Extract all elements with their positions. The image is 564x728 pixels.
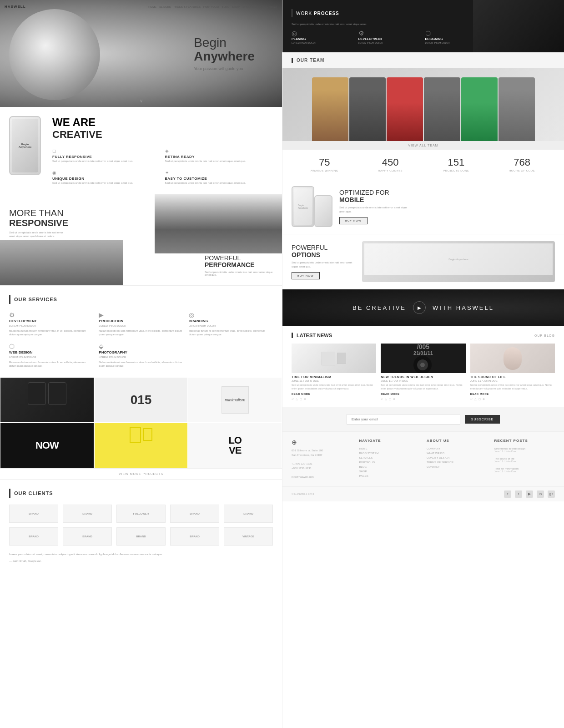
read-more-1[interactable]: READ MORE — [292, 393, 376, 395]
mobile-phone-small — [314, 195, 332, 227]
footer-navigate-list: HOME BLOG SYSTEM SERVICES PORTFOLIO BLOG… — [359, 446, 420, 478]
client-10-label: VINTAGE — [242, 535, 254, 538]
service-title: WEB DESIGN — [9, 350, 93, 354]
person-4 — [424, 77, 460, 141]
cta-text-left: BE CREATIVE — [352, 304, 406, 311]
team-title: OUR TEAM — [292, 58, 555, 63]
options-text: POWERFUL OPTIONS Sed ut perspiciatis und… — [292, 244, 355, 279]
view-more[interactable]: VIEW MORE PROJECTS — [0, 468, 282, 479]
person-1 — [312, 77, 348, 141]
bookmark-icon-2: ⊕ — [393, 397, 395, 400]
nav-contact[interactable]: CONTACT — [264, 5, 277, 8]
kitchen-img-1 — [322, 352, 335, 365]
wp-heading: WORK PROCESS — [296, 11, 339, 16]
client-9-label: BRAND — [190, 535, 200, 538]
nav-sliders[interactable]: SLIDERS — [159, 5, 171, 8]
stat-projects: 151 PROJECTS DONE — [423, 157, 489, 172]
minimal-text-wrapper: minimalism — [222, 386, 249, 414]
nav-shortcodes[interactable]: SHORTCODES — [242, 5, 262, 8]
read-more-2[interactable]: READ MORE — [381, 393, 465, 395]
footer-nav-shop[interactable]: SHOP — [359, 469, 420, 474]
nav-blog[interactable]: BLOG — [222, 5, 230, 8]
news-img-webdesign: /005 21/01/11 — [381, 344, 465, 373]
hero-nav: HASWELL HOME SLIDERS PAGES & FEATURES PO… — [5, 5, 277, 9]
client-8-label: BRAND — [136, 535, 146, 538]
facebook-icon[interactable]: f — [504, 490, 511, 498]
like-icon-3: △ — [474, 397, 477, 400]
service-desc: Maecenas furtum mi sem fermentum vitae. … — [9, 329, 93, 336]
mobile-desc: Sed ut perspiciatis unde omnis iste nati… — [339, 206, 412, 213]
nav-shop[interactable]: SHOP — [232, 5, 240, 8]
portfolio-minimal[interactable]: minimalism — [188, 377, 282, 423]
footer-recent-title: RECENT POSTS — [494, 439, 555, 443]
team-people — [307, 77, 539, 141]
footer-nav-home[interactable]: HOME — [359, 446, 420, 451]
team-footer[interactable]: VIEW ALL TEAM — [282, 141, 564, 150]
nav-pages[interactable]: PAGES & FEATURES — [174, 5, 201, 8]
footer-about-what[interactable]: WHAT WE DO — [427, 451, 488, 455]
retina-icon: ◈ — [165, 148, 171, 154]
services-section: OUR SERVICES ⚙ DEVELOPMENT LOREM IPSUM D… — [0, 285, 282, 377]
footer-logo: ⊕ — [292, 439, 352, 446]
gplus-icon[interactable]: g+ — [548, 490, 555, 498]
portfolio-love[interactable]: LOVE — [188, 423, 282, 468]
blog-link[interactable]: OUR BLOG — [534, 334, 555, 337]
portfolio-numbers[interactable]: 015 — [94, 377, 188, 423]
portfolio-watches[interactable] — [0, 377, 94, 423]
minimal-box: minimalism — [222, 386, 249, 414]
portfolio-now[interactable]: NOW — [0, 423, 94, 468]
footer-post-2[interactable]: The sound of lifeJune 11 / John Doe — [494, 456, 555, 464]
portfolio-grid: 015 minimalism NOW — [0, 377, 282, 468]
footer-nav-portfolio[interactable]: PORTFOLIO — [359, 460, 420, 465]
options-laptop: Begin Anywhere — [362, 241, 555, 282]
creative-content: WE ARE CREATIVE ◻ FULLY RESPONSIVE Sed u… — [52, 116, 273, 185]
watch-face-1 — [28, 382, 46, 405]
portfolio-yellow[interactable] — [94, 423, 188, 468]
footer-recent-list: New trends in web designJune 11 / John D… — [494, 446, 555, 474]
stat-awards-number: 75 — [292, 157, 358, 168]
footer-nav-blog2[interactable]: BLOG — [359, 465, 420, 469]
options-title: POWERFUL OPTIONS — [292, 244, 355, 258]
play-button[interactable]: ▶ — [413, 301, 426, 314]
phone-screen: BeginAnywhere — [12, 119, 38, 172]
news-item-2: /005 21/01/11 NEW TRENDS IN WEB DESIGN J… — [381, 344, 465, 400]
footer-post-3[interactable]: Time for minimalismJune 11 / John Doe — [494, 466, 555, 474]
testimonial-text: Lorem ipsum dolor sit amet, consectetur … — [9, 552, 273, 556]
linkedin-icon[interactable]: in — [537, 490, 544, 498]
stat-clients-label: HAPPY CLIENTS — [358, 169, 423, 172]
news-item-1: TIME FOR MINIMALISM JUNE 11 / JOHN DOE S… — [292, 344, 376, 400]
stat-projects-number: 151 — [423, 157, 489, 168]
now-text: NOW — [35, 440, 59, 451]
person-5 — [461, 77, 498, 141]
phone-image: BeginAnywhere — [9, 116, 41, 175]
subscribe-input[interactable] — [347, 414, 460, 425]
client-2-label: BRAND — [82, 512, 92, 515]
footer-about-quality[interactable]: QUALITY DESIGN — [427, 455, 488, 460]
subscribe-button[interactable]: SUBSCRIBE — [465, 415, 500, 424]
team-photo — [282, 68, 564, 141]
nav-home[interactable]: HOME — [148, 5, 156, 8]
bookmark-icon-1: ⊕ — [304, 397, 306, 400]
news-actions-2: ↩ △ ◻ ⊕ — [381, 397, 465, 400]
client-6-label: BRAND — [29, 535, 39, 538]
footer-about-terms[interactable]: TERMS OF SERVICE — [427, 460, 488, 465]
youtube-icon[interactable]: ▶ — [526, 490, 533, 498]
twitter-icon[interactable]: t — [515, 490, 522, 498]
responsive-text: MORE THAN RESPONSIVE Sed ut perspiciatis… — [9, 208, 68, 238]
read-more-3[interactable]: READ MORE — [470, 393, 555, 395]
footer-nav-services[interactable]: SERVICES — [359, 455, 420, 460]
footer-nav-pages[interactable]: PAGES — [359, 474, 420, 478]
person-2 — [349, 77, 386, 141]
clients-title-bar: OUR CLIENTS — [9, 489, 273, 498]
mobile-phone-large: BeginAnywhere — [292, 186, 314, 227]
footer-about-company[interactable]: COMPANY — [427, 446, 488, 451]
footer-copyright: © HASWELL 2013 — [292, 493, 314, 495]
nav-portfolio[interactable]: PORTFOLIO — [203, 5, 219, 8]
footer-post-1[interactable]: New trends in web designJune 11 / John D… — [494, 446, 555, 454]
client-logo-1: BRAND — [9, 505, 58, 523]
photography-icon: ⬙ — [99, 343, 104, 350]
footer-about-contact[interactable]: CONTACT — [427, 465, 488, 469]
mobile-buy-button[interactable]: BUY NOW — [339, 217, 368, 224]
options-buy-button[interactable]: BUY NOW — [292, 272, 320, 279]
footer-nav-blog[interactable]: BLOG SYSTEM — [359, 451, 420, 455]
